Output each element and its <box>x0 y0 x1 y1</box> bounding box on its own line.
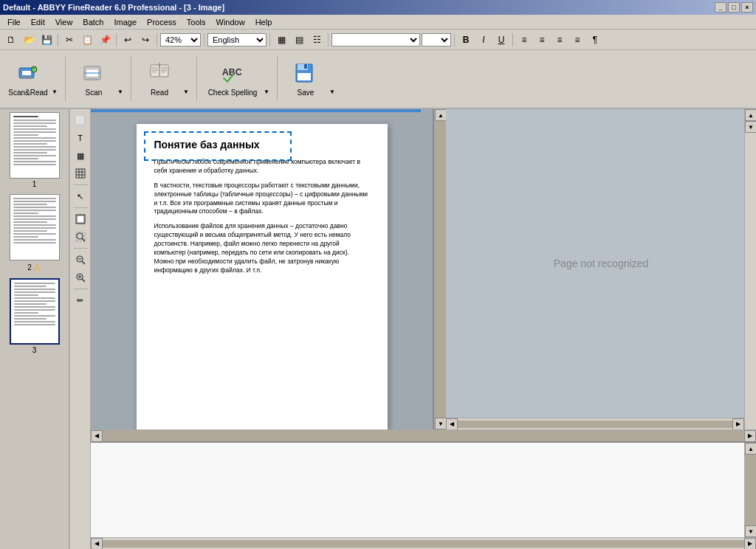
open-button[interactable]: 📂 <box>21 32 37 48</box>
copy-button[interactable]: 📋 <box>79 32 95 48</box>
view-btn2[interactable]: ▤ <box>291 32 307 48</box>
zoom-in-tool[interactable] <box>72 269 89 286</box>
size-select[interactable] <box>422 33 451 46</box>
bottom-hscroll-left[interactable]: ◀ <box>91 538 103 550</box>
menu-help[interactable]: Help <box>251 16 277 28</box>
thumb-img-1[interactable] <box>10 112 60 179</box>
thumb-num-1: 1 <box>32 180 37 188</box>
redo-button[interactable]: ↪ <box>137 32 154 48</box>
bottom-vscroll-down[interactable]: ▼ <box>745 525 756 537</box>
vscroll-track[interactable] <box>435 121 446 418</box>
menu-edit[interactable]: Edit <box>27 16 49 28</box>
image-hscroll-left[interactable]: ◀ <box>91 430 103 442</box>
table-tool[interactable] <box>72 165 89 182</box>
menu-tools[interactable]: Tools <box>182 16 210 28</box>
scan-label: Scan <box>86 89 103 97</box>
vscroll-up[interactable]: ▲ <box>435 109 446 121</box>
scanread-group: ↺ Scan&Read ▼ <box>6 57 59 101</box>
special-button[interactable]: ¶ <box>587 32 603 48</box>
thumbnail-3[interactable]: 3 <box>10 278 60 354</box>
menu-batch[interactable]: Batch <box>78 16 108 28</box>
restore-button[interactable]: □ <box>728 2 740 13</box>
pencil-tool[interactable]: ✏ <box>72 292 89 308</box>
bottom-vscroll[interactable]: ▲ ▼ <box>744 443 756 537</box>
bottom-hscroll-track[interactable] <box>103 540 744 548</box>
text-panel-container: Page not recognized ◀ ▶ ▲ ▼ <box>446 109 756 429</box>
align-left-button[interactable]: ≡ <box>516 32 532 48</box>
undo-button[interactable]: ↩ <box>120 32 136 48</box>
paste-button[interactable]: 📌 <box>97 32 113 48</box>
thumbnail-2[interactable]: 2 ⚠ <box>10 194 60 272</box>
text-tool[interactable]: T <box>72 130 89 146</box>
read-dropdown[interactable]: ▼ <box>182 57 190 101</box>
underline-button[interactable]: U <box>493 32 509 48</box>
svg-rect-17 <box>161 70 167 71</box>
bottom-vscroll-track[interactable] <box>745 455 756 525</box>
language-select[interactable]: English Russian <box>207 33 267 46</box>
text-hscroll-left[interactable]: ◀ <box>446 418 458 430</box>
save-group: Save ▼ <box>284 57 337 101</box>
justify-button[interactable]: ≡ <box>569 32 585 48</box>
zoom-select[interactable]: 42% 50% 75% 100% <box>160 33 201 46</box>
cut-button[interactable]: ✂ <box>61 32 78 48</box>
italic-button[interactable]: I <box>475 32 492 48</box>
arrow-tool[interactable]: ↖ <box>72 188 89 204</box>
picture-tool[interactable]: ▦ <box>72 148 89 164</box>
select-zone-tool[interactable]: ⬜ <box>72 112 89 128</box>
image-hscroll[interactable]: ◀ ▶ <box>91 429 756 441</box>
menu-file[interactable]: File <box>3 16 25 28</box>
image-vscroll[interactable]: ▲ ▼ <box>434 109 446 429</box>
text-vscroll[interactable]: ▲ ▼ <box>744 109 756 429</box>
vscroll-down[interactable]: ▼ <box>435 418 446 429</box>
sep1 <box>58 33 58 46</box>
image-hscroll-track[interactable] <box>103 430 744 441</box>
bottom-text-area[interactable] <box>91 443 744 537</box>
view-btn3[interactable]: ☷ <box>309 32 325 48</box>
bottom-hscroll[interactable]: ◀ ▶ <box>91 537 756 549</box>
menu-window[interactable]: Window <box>212 16 250 28</box>
bold-button[interactable]: B <box>458 32 474 48</box>
spelling-dropdown[interactable]: ▼ <box>262 57 271 101</box>
thumbnail-panel[interactable]: 1 <box>0 109 70 549</box>
save-button[interactable]: Save <box>284 57 328 101</box>
image-hscroll-right[interactable]: ▶ <box>744 430 756 442</box>
align-center-button[interactable]: ≡ <box>534 32 550 48</box>
spelling-button[interactable]: ABC Check Spelling <box>203 57 262 101</box>
close-button[interactable]: × <box>741 2 753 13</box>
select-all-tool[interactable] <box>72 211 89 227</box>
minimize-button[interactable]: _ <box>715 2 726 13</box>
bottom-vscroll-up[interactable]: ▲ <box>745 443 756 455</box>
sep4 <box>204 33 205 46</box>
view-btn1[interactable]: ▦ <box>273 32 289 48</box>
thumbnail-1[interactable]: 1 <box>10 112 60 188</box>
title-controls[interactable]: _ □ × <box>715 2 753 13</box>
font-select[interactable] <box>331 33 420 46</box>
save-small-button[interactable]: 💾 <box>38 32 55 48</box>
svg-line-36 <box>82 261 85 264</box>
text-hscroll[interactable]: ◀ ▶ <box>446 418 744 429</box>
thumb-num-3: 3 <box>32 346 37 354</box>
scanread-button[interactable]: ↺ Scan&Read <box>6 57 50 101</box>
zoom-out-tool[interactable] <box>72 252 89 268</box>
text-hscroll-right[interactable]: ▶ <box>732 418 744 430</box>
text-vscroll-up[interactable]: ▲ <box>745 109 756 121</box>
save-dropdown[interactable]: ▼ <box>328 57 337 101</box>
read-button[interactable]: Read <box>137 57 182 101</box>
menu-process[interactable]: Process <box>142 16 181 28</box>
thumb-img-2[interactable] <box>10 194 60 260</box>
text-hscroll-track[interactable] <box>458 421 732 428</box>
menu-view[interactable]: View <box>51 16 78 28</box>
scan-button[interactable]: Scan <box>72 57 116 101</box>
menu-image[interactable]: Image <box>110 16 142 28</box>
align-right-button[interactable]: ≡ <box>551 32 568 48</box>
bottom-hscroll-right[interactable]: ▶ <box>744 538 756 550</box>
zoom-region-tool[interactable] <box>72 229 89 245</box>
svg-rect-14 <box>152 72 157 72</box>
image-panel[interactable]: Понятие баз данных Практически любое сов… <box>91 109 434 429</box>
toolbar-sep4 <box>277 57 278 101</box>
new-button[interactable]: 🗋 <box>3 32 19 48</box>
scanread-dropdown[interactable]: ▼ <box>50 57 59 101</box>
scan-dropdown[interactable]: ▼ <box>116 57 125 101</box>
thumb-img-3[interactable] <box>10 278 60 345</box>
text-vscroll-down[interactable]: ▼ <box>745 121 756 133</box>
